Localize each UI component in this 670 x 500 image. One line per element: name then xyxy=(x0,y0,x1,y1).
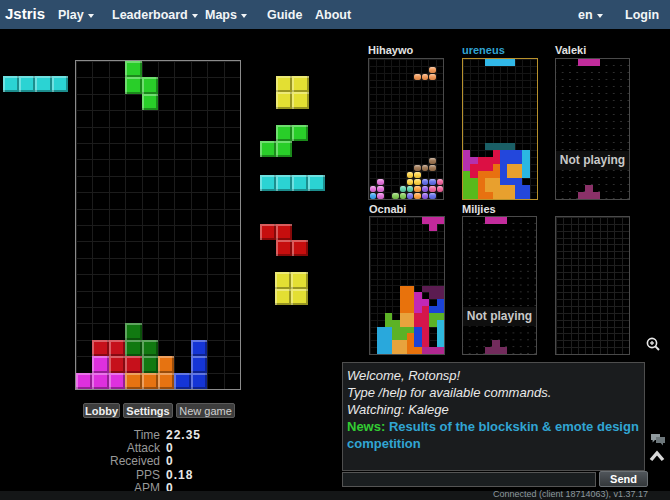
caret-down-icon xyxy=(192,14,198,18)
opponent-name-miljies: Miljies xyxy=(462,203,496,215)
opponent-board-miljies: Not playing xyxy=(462,216,537,355)
stat-row-pps: PPS 0.18 xyxy=(60,468,260,481)
opponent-name-ocnabi: Ocnabi xyxy=(369,203,406,215)
not-playing-overlay: Not playing xyxy=(556,151,629,170)
opponent-name-ureneus[interactable]: ureneus xyxy=(462,44,505,56)
queue-piece-1 xyxy=(276,76,309,109)
opponent-board-hihaywo xyxy=(368,58,444,200)
brand-jstris[interactable]: Jstris xyxy=(5,5,45,22)
opponent-board-ureneus xyxy=(462,58,538,200)
stat-label-attack: Attack xyxy=(127,441,160,455)
opponent-name-hihaywo: Hihaywo xyxy=(368,44,413,56)
queue-piece-5 xyxy=(275,272,308,306)
main-board xyxy=(75,60,241,390)
stat-label-pps: PPS xyxy=(136,468,160,482)
nav-play[interactable]: Play xyxy=(58,8,94,22)
chevron-up-icon[interactable] xyxy=(648,449,666,464)
chat-input[interactable] xyxy=(342,472,596,487)
nav-about[interactable]: About xyxy=(315,8,351,22)
chat-message: Type /help for available commands. xyxy=(347,384,640,401)
settings-button[interactable]: Settings xyxy=(123,403,173,418)
send-button[interactable]: Send xyxy=(599,471,648,487)
connection-status: Connected (client 18714063), v1.37.17 xyxy=(493,489,648,499)
not-playing-overlay: Not playing xyxy=(463,307,536,326)
stat-label-received: Received xyxy=(110,454,160,468)
stat-value-attack: 0 xyxy=(166,441,174,455)
opponent-board-ocnabi xyxy=(369,216,445,355)
queue-piece-2 xyxy=(260,125,309,157)
opponent-board-empty xyxy=(555,216,630,355)
nav-guide[interactable]: Guide xyxy=(267,8,302,22)
chat-message: Watching: Kalege xyxy=(347,401,640,418)
stat-row-attack: Attack 0 xyxy=(60,441,260,454)
stat-value-time: 22.35 xyxy=(166,428,201,442)
queue-piece-3 xyxy=(260,175,325,192)
stat-value-pps: 0.18 xyxy=(166,468,193,482)
opponent-name-valeki: Valeki xyxy=(555,44,586,56)
new-game-button[interactable]: New game xyxy=(176,403,235,418)
chat-news-line: News: Results of the blockskin & emote d… xyxy=(347,418,640,452)
nav-language[interactable]: en xyxy=(578,8,603,22)
caret-down-icon xyxy=(241,14,247,18)
stat-row-time: Time 22.35 xyxy=(60,428,260,441)
caret-down-icon xyxy=(597,14,603,18)
chat-box: Welcome, Rotonsp! Type /help for availab… xyxy=(342,362,645,471)
nav-leaderboard[interactable]: Leaderboard xyxy=(112,8,198,22)
zoom-icon[interactable] xyxy=(645,336,662,353)
opponent-board-valeki: Not playing xyxy=(555,58,630,200)
news-label: News: xyxy=(347,419,385,434)
caret-down-icon xyxy=(88,14,94,18)
lobby-button[interactable]: Lobby xyxy=(83,403,120,418)
stat-row-received: Received 0 xyxy=(60,454,260,467)
hold-piece xyxy=(3,76,69,93)
status-bar: Connected (client 18714063), v1.37.17 xyxy=(0,491,670,500)
stat-label-time: Time xyxy=(134,428,160,442)
nav-maps[interactable]: Maps xyxy=(205,8,247,22)
navbar: Jstris Play Leaderboard Maps Guide About… xyxy=(0,0,670,29)
nav-login[interactable]: Login xyxy=(625,8,659,22)
queue-piece-4 xyxy=(260,224,309,256)
stat-value-received: 0 xyxy=(166,454,174,468)
news-link[interactable]: Results of the blockskin & emote design … xyxy=(347,419,639,451)
chat-message: Welcome, Rotonsp! xyxy=(347,367,640,384)
chat-bubble-icon[interactable] xyxy=(650,432,666,447)
